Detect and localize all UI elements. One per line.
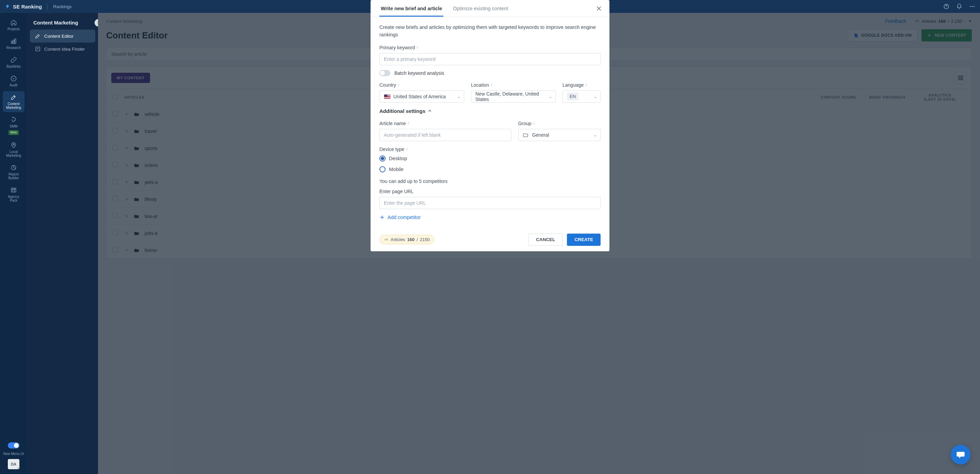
- location-select[interactable]: New Castle, Delaware, United States ⌄: [471, 90, 556, 103]
- svg-rect-4: [11, 41, 12, 44]
- subnav-title: Content Marketing: [27, 13, 98, 30]
- chevron-down-icon: ⌄: [594, 94, 597, 98]
- svg-point-1: [970, 6, 971, 7]
- gauge-icon: [384, 237, 388, 242]
- new-content-modal: Write new brief and article Optimize exi…: [371, 0, 609, 251]
- device-desktop-radio[interactable]: Desktop: [379, 155, 601, 162]
- rail-smm[interactable]: SMM Beta: [3, 114, 24, 138]
- page-url-input[interactable]: [379, 197, 601, 209]
- svg-rect-10: [11, 188, 16, 192]
- info-icon[interactable]: i: [533, 121, 535, 125]
- rail-backlinks[interactable]: Backlinks: [3, 54, 24, 71]
- cancel-button[interactable]: CANCEL: [528, 234, 563, 246]
- chevron-down-icon: ⌄: [594, 133, 597, 137]
- primary-keyword-input[interactable]: [379, 53, 601, 65]
- batch-keyword-toggle[interactable]: [379, 70, 390, 76]
- info-icon[interactable]: i: [408, 121, 409, 125]
- bell-icon[interactable]: [956, 3, 962, 10]
- modal-tab-optimize[interactable]: Optimize existing content: [452, 0, 509, 17]
- svg-point-2: [972, 6, 973, 7]
- brand-logo[interactable]: SE Ranking: [5, 4, 42, 10]
- rail-agency-pack[interactable]: Agency Pack: [3, 184, 24, 205]
- primary-keyword-label: Primary keyword i: [379, 45, 601, 50]
- da-account-button[interactable]: DA: [8, 459, 19, 469]
- batch-keyword-label: Batch keyword analysis: [395, 70, 444, 76]
- rail-research[interactable]: Research: [3, 35, 24, 52]
- info-icon[interactable]: i: [585, 83, 587, 87]
- rail-content-marketing[interactable]: Content Marketing: [3, 91, 24, 112]
- svg-rect-6: [14, 39, 16, 43]
- brand-separator: [47, 3, 48, 10]
- competitors-helper: You can add up to 5 competitors: [379, 179, 601, 184]
- svg-point-8: [13, 144, 14, 145]
- info-icon[interactable]: i: [406, 147, 407, 151]
- help-icon[interactable]: [943, 3, 950, 10]
- language-select[interactable]: EN ⌄: [563, 90, 601, 103]
- brand-bolt-icon: [5, 4, 10, 9]
- chat-icon: [956, 450, 966, 460]
- additional-settings-toggle[interactable]: Additional settings: [379, 108, 601, 114]
- info-icon[interactable]: i: [398, 83, 399, 87]
- nav-rankings[interactable]: Rankings: [53, 4, 72, 9]
- new-menu-ui-label: New Menu UI: [3, 452, 24, 456]
- settings-icon: [17, 466, 21, 470]
- brand-name: SE Ranking: [13, 4, 42, 10]
- chat-fab[interactable]: [951, 445, 970, 464]
- subnav: Content Marketing Content Editor Content…: [27, 13, 98, 474]
- more-icon[interactable]: [969, 3, 975, 10]
- new-menu-ui-toggle[interactable]: [8, 442, 19, 449]
- subnav-content-editor[interactable]: Content Editor: [30, 30, 95, 43]
- info-icon[interactable]: i: [417, 46, 418, 49]
- beta-badge: Beta: [8, 130, 19, 135]
- chevron-up-icon: [427, 108, 432, 113]
- modal-tab-write[interactable]: Write new brief and article: [379, 0, 443, 17]
- svg-point-3: [974, 6, 975, 7]
- create-button[interactable]: CREATE: [567, 234, 601, 246]
- rail-projects[interactable]: Projects: [3, 16, 24, 34]
- sidebar-rail: Projects Research Backlinks Audit Conten…: [0, 13, 27, 474]
- folder-icon: [523, 132, 529, 138]
- subnav-content-idea-finder[interactable]: Content Idea Finder: [30, 43, 95, 55]
- us-flag-icon: [384, 94, 391, 99]
- rail-report-builder[interactable]: Report Builder: [3, 162, 24, 182]
- chevron-down-icon: ⌄: [457, 94, 460, 98]
- svg-point-11: [18, 468, 19, 469]
- plus-icon: [379, 214, 385, 220]
- info-icon[interactable]: i: [491, 83, 492, 87]
- modal-quota-pill: Articles 160 / 2150: [379, 235, 434, 244]
- modal-description: Create new briefs and articles by optimi…: [379, 24, 601, 39]
- close-icon[interactable]: [595, 5, 603, 12]
- rail-local-marketing[interactable]: Local Marketing: [3, 139, 24, 160]
- add-competitor-button[interactable]: Add competitor: [379, 214, 601, 220]
- rail-audit[interactable]: Audit: [3, 73, 24, 90]
- svg-rect-5: [13, 40, 14, 44]
- device-mobile-radio[interactable]: Mobile: [379, 166, 601, 173]
- svg-rect-12: [36, 47, 40, 51]
- article-name-input[interactable]: [379, 129, 511, 141]
- group-select[interactable]: General ⌄: [518, 129, 601, 141]
- country-select[interactable]: United States of America ⌄: [379, 90, 464, 103]
